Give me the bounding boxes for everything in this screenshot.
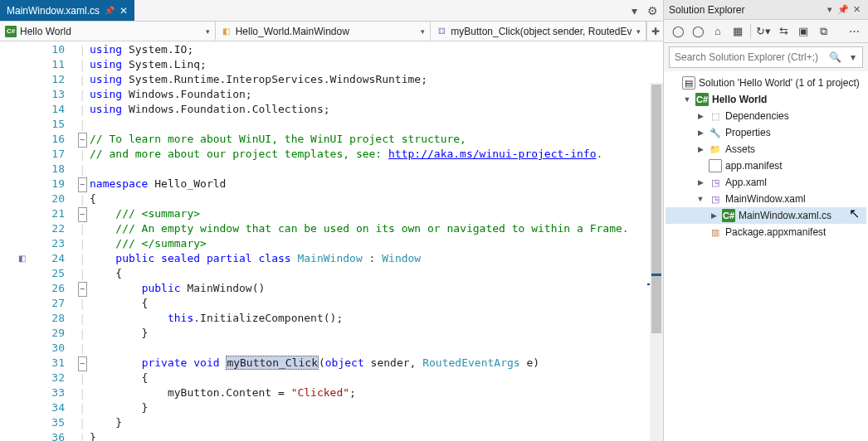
- expand-open-icon[interactable]: ▼: [695, 195, 705, 203]
- tree-label: Assets: [725, 143, 755, 155]
- crumb-class[interactable]: ◧ Hello_World.MainWindow ▾: [216, 22, 432, 41]
- cs-icon: C#: [695, 93, 709, 106]
- code-editor[interactable]: ◧ 10111213141516171819202122232425262728…: [0, 41, 663, 441]
- tree-node[interactable]: ▤Solution 'Hello World' (1 of 1 project): [666, 75, 866, 91]
- fold-toggle[interactable]: −: [78, 133, 87, 148]
- expand-closed-icon[interactable]: ▶: [695, 112, 705, 120]
- close-icon[interactable]: ✕: [850, 4, 863, 15]
- sln-icon: ▤: [682, 76, 695, 90]
- forward-button[interactable]: ◯: [689, 22, 707, 41]
- search-icon[interactable]: 🔍: [826, 51, 844, 63]
- crumb-label: Hello_World.MainWindow: [236, 26, 349, 37]
- fold-toggle[interactable]: −: [78, 356, 87, 371]
- expand-closed-icon[interactable]: ▶: [695, 145, 705, 153]
- tree-label: Package.appxmanifest: [725, 226, 826, 238]
- indicator-margin: ◧: [0, 41, 32, 441]
- crumb-label: myButton_Click(object sender, RoutedEv: [451, 26, 631, 37]
- solution-toolbar: ◯ ◯ ⌂ ▦ ↻▾ ⇆ ▣ ⧉ ⋯: [664, 20, 868, 43]
- chevron-down-icon: ▾: [206, 27, 210, 36]
- tree-label: app.manifest: [725, 160, 783, 172]
- xaml-icon: ◳: [709, 192, 722, 206]
- expand-open-icon[interactable]: ▼: [682, 95, 692, 104]
- chevron-down-icon: ▾: [636, 27, 641, 36]
- method-icon: ⚃: [436, 26, 447, 37]
- cs-icon: C#: [722, 209, 735, 222]
- bookmark-icon: ◧: [18, 254, 26, 263]
- search-options-icon[interactable]: ▾: [844, 51, 862, 63]
- switch-views-button[interactable]: ▦: [729, 22, 747, 41]
- expand-closed-icon[interactable]: ▶: [695, 128, 705, 137]
- pending-changes-button[interactable]: ↻▾: [754, 22, 773, 41]
- navigation-bar: C# Hello World ▾ ◧ Hello_World.MainWindo…: [0, 22, 663, 41]
- window-options-icon[interactable]: ▾: [823, 4, 836, 15]
- search-input[interactable]: [670, 51, 826, 63]
- show-all-files-button[interactable]: ▣: [794, 22, 812, 41]
- back-button[interactable]: ◯: [669, 22, 687, 41]
- vertical-scrollbar[interactable]: [650, 83, 663, 441]
- prop-icon: 🔧: [709, 126, 722, 139]
- split-editor-button[interactable]: ✚: [646, 22, 663, 41]
- xaml-icon: ◳: [709, 176, 722, 189]
- more-options-button[interactable]: ⋯: [845, 22, 863, 41]
- collapse-all-button[interactable]: ⧉: [814, 22, 832, 41]
- scroll-mark: [651, 274, 661, 276]
- preview-toggle-icon[interactable]: ▾: [627, 4, 642, 17]
- file-icon: [709, 159, 722, 172]
- solution-search[interactable]: 🔍 ▾: [669, 46, 863, 68]
- editor-tab[interactable]: MainWindow.xaml.cs 📌 ✕: [0, 0, 134, 21]
- tree-label: Solution 'Hello World' (1 of 1 project): [699, 77, 860, 89]
- fold-toggle[interactable]: −: [78, 207, 87, 222]
- tree-node[interactable]: app.manifest: [666, 158, 866, 174]
- home-button[interactable]: ⌂: [709, 22, 727, 41]
- tree-label: Properties: [725, 127, 771, 138]
- tree-node[interactable]: ▶⬚Dependencies: [666, 108, 866, 124]
- class-icon: ◧: [221, 26, 232, 37]
- fold-icon: 📁: [709, 143, 722, 156]
- tree-node[interactable]: ▼C#Hello World: [666, 91, 866, 108]
- crumb-label: Hello World: [20, 26, 71, 37]
- pin-icon[interactable]: 📌: [105, 6, 115, 15]
- scrollbar-thumb[interactable]: [651, 85, 661, 333]
- code-text[interactable]: using System.IO;using System.Linq;using …: [90, 41, 663, 441]
- crumb-member[interactable]: ⚃ myButton_Click(object sender, RoutedEv…: [431, 22, 646, 41]
- tree-label: MainWindow.xaml.cs: [739, 210, 831, 221]
- tree-label: MainWindow.xaml: [725, 193, 806, 205]
- sync-button[interactable]: ⇆: [774, 22, 792, 41]
- editor-pane: MainWindow.xaml.cs 📌 ✕ ▾ ⚙ C# Hello Worl…: [0, 0, 664, 441]
- tree-label: App.xaml: [725, 177, 767, 188]
- panel-title: Solution Explorer: [669, 4, 823, 16]
- tree-node[interactable]: ▶◳App.xaml: [666, 174, 866, 191]
- tab-title: MainWindow.xaml.cs: [7, 5, 100, 17]
- tree-node[interactable]: ▶📁Assets: [666, 141, 866, 158]
- outlining-margin[interactable]: ││││││−││−│−││││−││││−││││││: [75, 41, 90, 441]
- ref-icon: ⬚: [709, 109, 722, 123]
- tree-label: Hello World: [712, 94, 767, 105]
- expand-closed-icon[interactable]: ▶: [709, 211, 719, 220]
- pin-icon[interactable]: 📌: [836, 4, 850, 15]
- panel-titlebar[interactable]: Solution Explorer ▾ 📌 ✕: [664, 0, 868, 20]
- tree-label: Dependencies: [725, 110, 789, 122]
- tree-node[interactable]: ▶C#MainWindow.xaml.cs: [666, 207, 866, 224]
- crumb-project[interactable]: C# Hello World ▾: [0, 22, 216, 41]
- csharp-icon: C#: [5, 26, 17, 37]
- tab-bar: MainWindow.xaml.cs 📌 ✕ ▾ ⚙: [0, 0, 663, 22]
- solution-explorer: Solution Explorer ▾ 📌 ✕ ◯ ◯ ⌂ ▦ ↻▾ ⇆ ▣ ⧉…: [664, 0, 868, 441]
- tree-node[interactable]: ▥Package.appxmanifest: [666, 224, 866, 240]
- chevron-down-icon: ▾: [421, 27, 425, 36]
- fold-toggle[interactable]: −: [78, 282, 87, 297]
- solution-tree[interactable]: ▤Solution 'Hello World' (1 of 1 project)…: [664, 71, 868, 441]
- tree-node[interactable]: ▼◳MainWindow.xaml: [666, 191, 866, 207]
- close-icon[interactable]: ✕: [119, 5, 128, 17]
- pkg-icon: ▥: [709, 225, 722, 239]
- settings-icon[interactable]: ⚙: [642, 4, 663, 17]
- fold-toggle[interactable]: −: [78, 177, 87, 192]
- expand-closed-icon[interactable]: ▶: [695, 178, 705, 187]
- tree-node[interactable]: ▶🔧Properties: [666, 124, 866, 141]
- line-number-gutter: 1011121314151617181920212223242526272829…: [32, 41, 75, 441]
